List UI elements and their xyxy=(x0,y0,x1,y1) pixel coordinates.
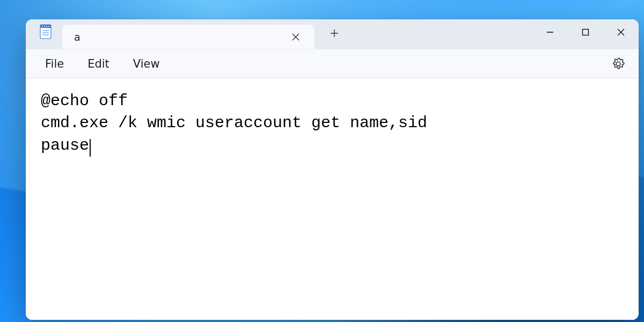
tab-title: a xyxy=(74,31,287,43)
close-icon xyxy=(617,28,625,36)
text-cursor xyxy=(90,139,91,157)
window-controls xyxy=(532,19,639,45)
notepad-window: a xyxy=(26,19,639,320)
menu-file[interactable]: File xyxy=(35,53,74,75)
svg-point-3 xyxy=(44,26,45,27)
maximize-button[interactable] xyxy=(568,19,603,45)
close-icon xyxy=(292,33,299,41)
menu-view[interactable]: View xyxy=(123,53,170,75)
svg-point-5 xyxy=(48,26,49,27)
tab-close-button[interactable] xyxy=(287,28,305,46)
window-close-button[interactable] xyxy=(603,19,639,45)
maximize-icon xyxy=(582,28,589,36)
new-tab-button[interactable] xyxy=(322,21,347,46)
minimize-icon xyxy=(546,28,554,36)
gear-icon xyxy=(612,57,625,70)
menu-edit[interactable]: Edit xyxy=(78,53,119,75)
svg-point-2 xyxy=(42,26,43,27)
document-tab[interactable]: a xyxy=(62,25,314,49)
titlebar[interactable]: a xyxy=(26,19,639,49)
text-editor-area[interactable]: @echo off cmd.exe /k wmic useraccount ge… xyxy=(26,78,639,320)
svg-point-4 xyxy=(46,26,47,27)
svg-rect-14 xyxy=(583,30,589,35)
plus-icon xyxy=(330,29,339,38)
minimize-button[interactable] xyxy=(532,19,568,45)
notepad-app-icon xyxy=(38,22,54,41)
settings-button[interactable] xyxy=(608,53,629,75)
editor-content: @echo off cmd.exe /k wmic useraccount ge… xyxy=(41,92,427,155)
menubar: File Edit View xyxy=(26,49,639,78)
